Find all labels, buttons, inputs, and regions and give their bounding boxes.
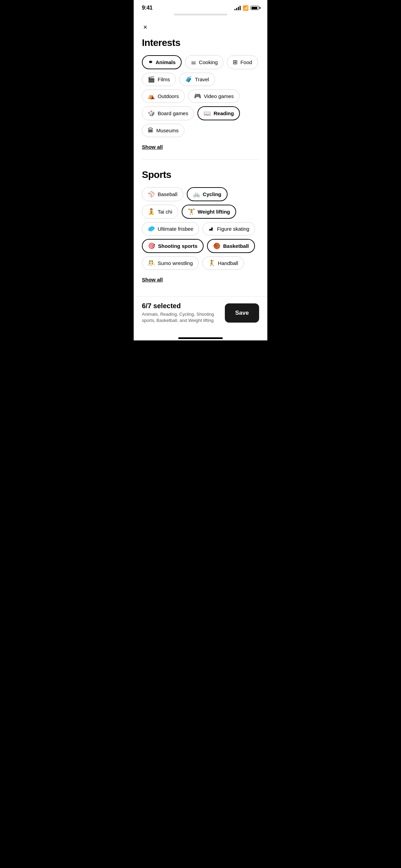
basketball-label: Basketball: [223, 243, 249, 249]
status-time: 9:41: [142, 5, 153, 11]
figure-skating-label: Figure skating: [217, 226, 249, 232]
cooking-label: Cooking: [199, 59, 218, 65]
weight-lifting-label: Weight lifting: [198, 209, 230, 215]
tag-shooting-sports[interactable]: 🎯Shooting sports: [142, 239, 204, 253]
tag-figure-skating[interactable]: ⛸Figure skating: [203, 222, 255, 236]
interests-tags: ⚭Animals⚌Cooking⊞Food🎬Films🧳Travel⛺Outdo…: [142, 55, 259, 137]
tag-tai-chi[interactable]: 🧘Tai chi: [142, 205, 178, 219]
tag-travel[interactable]: 🧳Travel: [179, 73, 215, 86]
close-button[interactable]: ×: [142, 22, 149, 32]
travel-icon: 🧳: [185, 76, 192, 82]
board-games-icon: 🎲: [148, 110, 155, 116]
baseball-label: Baseball: [158, 191, 178, 197]
video-games-icon: 🎮: [194, 93, 201, 99]
selected-count: 6/7 selected: [142, 302, 225, 310]
reading-label: Reading: [214, 110, 234, 116]
reading-icon: 📖: [204, 110, 211, 116]
tag-animals[interactable]: ⚭Animals: [142, 55, 182, 69]
films-icon: 🎬: [148, 76, 155, 82]
section-divider: [142, 159, 259, 160]
tag-outdoors[interactable]: ⛺Outdoors: [142, 89, 185, 103]
tag-baseball[interactable]: ⚾Baseball: [142, 187, 183, 201]
header: ×: [134, 18, 267, 37]
basketball-icon: 🏀: [213, 243, 220, 249]
outdoors-icon: ⛺: [148, 93, 155, 99]
sports-show-all[interactable]: Show all: [142, 277, 163, 282]
weight-lifting-icon: 🏋: [188, 209, 195, 215]
museums-label: Museums: [156, 128, 179, 133]
status-bar: 9:41 📶: [134, 0, 267, 14]
main-content: Interests ⚭Animals⚌Cooking⊞Food🎬Films🧳Tr…: [134, 37, 267, 296]
status-icons: 📶: [234, 5, 259, 11]
home-bar: [178, 337, 223, 339]
ultimate-frisbee-label: Ultimate frisbee: [158, 226, 193, 232]
selected-info: 6/7 selected Animals, Reading, Cycling, …: [142, 302, 225, 324]
tag-sumo-wrestling[interactable]: 🤼Sumo wrestling: [142, 256, 199, 270]
battery-icon: [251, 6, 259, 10]
tag-board-games[interactable]: 🎲Board games: [142, 106, 194, 120]
sumo-wrestling-label: Sumo wrestling: [158, 260, 193, 266]
museums-icon: 🏛: [148, 128, 154, 133]
sports-tags: ⚾Baseball🚲Cycling🧘Tai chi🏋Weight lifting…: [142, 187, 259, 270]
tag-museums[interactable]: 🏛Museums: [142, 124, 184, 137]
drag-handle: [174, 14, 227, 15]
figure-skating-icon: ⛸: [208, 226, 214, 232]
animals-icon: ⚭: [148, 59, 153, 65]
tag-cycling[interactable]: 🚲Cycling: [187, 187, 228, 201]
sports-title: Sports: [142, 169, 259, 180]
tag-reading[interactable]: 📖Reading: [197, 106, 240, 120]
tag-ultimate-frisbee[interactable]: 🥏Ultimate frisbee: [142, 222, 199, 236]
outdoors-label: Outdoors: [158, 93, 179, 99]
cycling-icon: 🚲: [193, 191, 200, 197]
home-indicator: [134, 335, 267, 340]
video-games-label: Video games: [204, 93, 234, 99]
interests-show-all[interactable]: Show all: [142, 144, 163, 150]
travel-label: Travel: [195, 76, 209, 82]
films-label: Films: [158, 76, 170, 82]
animals-label: Animals: [156, 59, 175, 65]
tag-weight-lifting[interactable]: 🏋Weight lifting: [182, 205, 236, 219]
tag-video-games[interactable]: 🎮Video games: [188, 89, 240, 103]
food-label: Food: [240, 59, 252, 65]
handball-label: Handball: [218, 260, 238, 266]
bottom-bar: 6/7 selected Animals, Reading, Cycling, …: [134, 296, 267, 335]
shooting-sports-icon: 🎯: [148, 243, 155, 249]
baseball-icon: ⚾: [148, 191, 155, 197]
shooting-sports-label: Shooting sports: [158, 243, 197, 249]
ultimate-frisbee-icon: 🥏: [148, 226, 155, 232]
food-icon: ⊞: [233, 59, 238, 65]
tai-chi-icon: 🧘: [148, 209, 155, 215]
tag-food[interactable]: ⊞Food: [227, 55, 258, 69]
cooking-icon: ⚌: [191, 59, 196, 65]
sumo-wrestling-icon: 🤼: [148, 260, 155, 266]
tag-handball[interactable]: 🤾Handball: [202, 256, 244, 270]
tai-chi-label: Tai chi: [158, 209, 172, 215]
tag-cooking[interactable]: ⚌Cooking: [185, 55, 223, 69]
tag-basketball[interactable]: 🏀Basketball: [207, 239, 255, 253]
interests-title: Interests: [142, 37, 259, 48]
cycling-label: Cycling: [203, 191, 221, 197]
wifi-icon: 📶: [243, 5, 248, 11]
save-button[interactable]: Save: [225, 303, 259, 323]
board-games-label: Board games: [158, 110, 188, 116]
selected-names: Animals, Reading, Cycling, Shooting spor…: [142, 311, 224, 324]
tag-films[interactable]: 🎬Films: [142, 73, 176, 86]
signal-icon: [234, 6, 241, 10]
handball-icon: 🤾: [208, 260, 215, 266]
